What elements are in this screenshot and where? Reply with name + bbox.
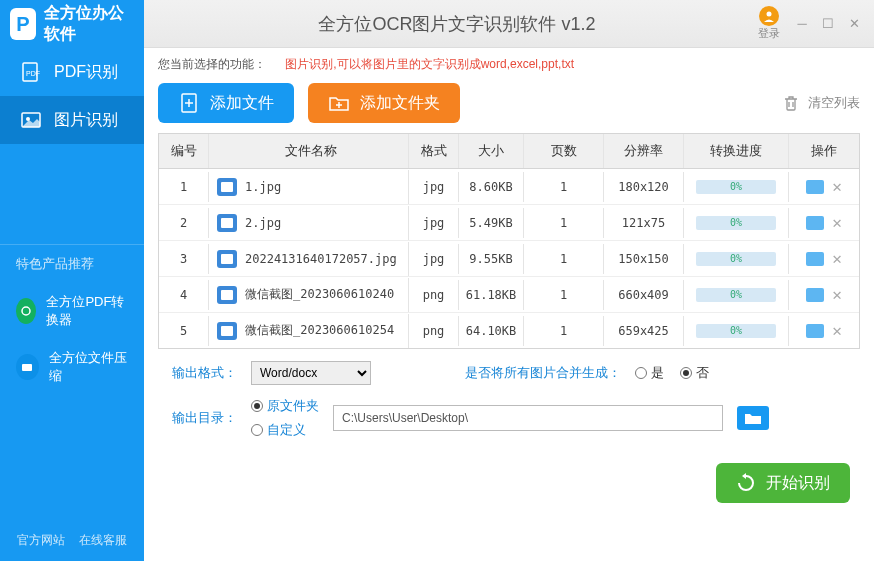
toolbar: 添加文件 添加文件夹 清空列表 bbox=[144, 77, 874, 133]
browse-folder-button[interactable] bbox=[737, 406, 769, 430]
merge-label: 是否将所有图片合并生成： bbox=[465, 364, 621, 382]
login-button[interactable]: 登录 bbox=[758, 6, 780, 41]
merge-no-radio[interactable]: 否 bbox=[680, 364, 709, 382]
clear-list-button[interactable]: 清空列表 bbox=[782, 94, 860, 112]
minimize-button[interactable]: ─ bbox=[794, 16, 810, 32]
nav-image-recognition[interactable]: 图片识别 bbox=[0, 96, 144, 144]
cell-format: png bbox=[409, 316, 459, 346]
cell-operations: ✕ bbox=[789, 241, 859, 276]
cell-operations: ✕ bbox=[789, 313, 859, 348]
table-row[interactable]: 5微信截图_2023060610254png64.10KB1659x4250%✕ bbox=[159, 313, 859, 348]
svg-text:PDF: PDF bbox=[26, 70, 40, 77]
file-table: 编号 文件名称 格式 大小 页数 分辨率 转换进度 操作 11.jpgjpg8.… bbox=[158, 133, 860, 349]
th-pages: 页数 bbox=[524, 134, 604, 168]
cell-name: 微信截图_2023060610254 bbox=[209, 314, 409, 348]
app-logo-text: 全方位办公软件 bbox=[44, 3, 134, 45]
output-dir-row: 输出目录： 原文件夹 自定义 bbox=[172, 397, 846, 439]
table-row[interactable]: 11.jpgjpg8.60KB1180x1200%✕ bbox=[159, 169, 859, 205]
dir-custom-radio[interactable]: 自定义 bbox=[251, 421, 319, 439]
file-add-icon bbox=[178, 92, 200, 114]
remove-row-button[interactable]: ✕ bbox=[832, 249, 842, 268]
cell-resolution: 150x150 bbox=[604, 244, 684, 274]
table-row[interactable]: 22.jpgjpg5.49KB1121x750%✕ bbox=[159, 205, 859, 241]
table-row[interactable]: 4微信截图_2023060610240png61.18KB1660x4090%✕ bbox=[159, 277, 859, 313]
nav-pdf-recognition[interactable]: PDF PDF识别 bbox=[0, 48, 144, 96]
cell-format: png bbox=[409, 280, 459, 310]
image-file-icon bbox=[217, 286, 237, 304]
image-file-icon bbox=[217, 322, 237, 340]
image-file-icon bbox=[217, 178, 237, 196]
cell-name: 1.jpg bbox=[209, 170, 409, 204]
customer-service-link[interactable]: 在线客服 bbox=[79, 532, 127, 549]
open-folder-button[interactable] bbox=[806, 216, 824, 230]
promo-header: 特色产品推荐 bbox=[0, 244, 144, 283]
th-progress: 转换进度 bbox=[684, 134, 789, 168]
open-folder-button[interactable] bbox=[806, 180, 824, 194]
remove-row-button[interactable]: ✕ bbox=[832, 321, 842, 340]
open-folder-button[interactable] bbox=[806, 288, 824, 302]
dir-original-radio[interactable]: 原文件夹 bbox=[251, 397, 319, 415]
app-logo-icon bbox=[10, 8, 36, 40]
cell-resolution: 121x75 bbox=[604, 208, 684, 238]
table-header: 编号 文件名称 格式 大小 页数 分辨率 转换进度 操作 bbox=[159, 134, 859, 169]
cell-operations: ✕ bbox=[789, 277, 859, 312]
open-folder-button[interactable] bbox=[806, 324, 824, 338]
official-site-link[interactable]: 官方网站 bbox=[17, 532, 65, 549]
cell-name: 微信截图_2023060610240 bbox=[209, 278, 409, 312]
svg-point-5 bbox=[767, 12, 772, 17]
function-description: 图片识别,可以将图片里的文字识别成word,excel,ppt,txt bbox=[285, 57, 574, 71]
cell-index: 1 bbox=[159, 172, 209, 202]
cell-index: 3 bbox=[159, 244, 209, 274]
th-index: 编号 bbox=[159, 134, 209, 168]
button-label: 开始识别 bbox=[766, 473, 830, 494]
cell-resolution: 180x120 bbox=[604, 172, 684, 202]
logo-area: 全方位办公软件 bbox=[0, 0, 144, 48]
merge-yes-radio[interactable]: 是 bbox=[635, 364, 664, 382]
cell-progress: 0% bbox=[684, 280, 789, 310]
footer-links: 官方网站 在线客服 bbox=[0, 520, 144, 561]
progress-bar: 0% bbox=[696, 252, 776, 266]
promo-pdf-converter[interactable]: 全方位PDF转换器 bbox=[0, 283, 144, 339]
th-size: 大小 bbox=[459, 134, 524, 168]
close-button[interactable]: ✕ bbox=[846, 16, 862, 32]
radio-icon bbox=[635, 367, 647, 379]
converter-icon bbox=[16, 298, 36, 324]
th-operation: 操作 bbox=[789, 134, 859, 168]
cell-name: 2.jpg bbox=[209, 206, 409, 240]
promo-file-compress[interactable]: 全方位文件压缩 bbox=[0, 339, 144, 395]
table-row[interactable]: 320224131640172057.jpgjpg9.55KB1150x1500… bbox=[159, 241, 859, 277]
cell-size: 8.60KB bbox=[459, 172, 524, 202]
remove-row-button[interactable]: ✕ bbox=[832, 213, 842, 232]
cell-format: jpg bbox=[409, 244, 459, 274]
start-recognition-button[interactable]: 开始识别 bbox=[716, 463, 850, 503]
window-controls: ─ ☐ ✕ bbox=[794, 16, 862, 32]
cell-size: 64.10KB bbox=[459, 316, 524, 346]
function-description-row: 您当前选择的功能： 图片识别,可以将图片里的文字识别成word,excel,pp… bbox=[144, 48, 874, 77]
open-folder-button[interactable] bbox=[806, 252, 824, 266]
output-format-select[interactable]: Word/docx bbox=[251, 361, 371, 385]
image-file-icon bbox=[217, 214, 237, 232]
add-folder-button[interactable]: 添加文件夹 bbox=[308, 83, 460, 123]
remove-row-button[interactable]: ✕ bbox=[832, 285, 842, 304]
nav-label: 图片识别 bbox=[54, 110, 118, 131]
button-label: 添加文件 bbox=[210, 93, 274, 114]
cell-index: 2 bbox=[159, 208, 209, 238]
cell-size: 5.49KB bbox=[459, 208, 524, 238]
cell-index: 5 bbox=[159, 316, 209, 346]
th-resolution: 分辨率 bbox=[604, 134, 684, 168]
remove-row-button[interactable]: ✕ bbox=[832, 177, 842, 196]
maximize-button[interactable]: ☐ bbox=[820, 16, 836, 32]
start-row: 开始识别 bbox=[144, 463, 874, 517]
table-body: 11.jpgjpg8.60KB1180x1200%✕22.jpgjpg5.49K… bbox=[159, 169, 859, 348]
th-name: 文件名称 bbox=[209, 134, 409, 168]
radio-icon bbox=[680, 367, 692, 379]
svg-rect-4 bbox=[22, 364, 32, 371]
radio-icon bbox=[251, 400, 263, 412]
button-label: 添加文件夹 bbox=[360, 93, 440, 114]
cell-progress: 0% bbox=[684, 172, 789, 202]
radio-icon bbox=[251, 424, 263, 436]
cell-progress: 0% bbox=[684, 316, 789, 346]
add-file-button[interactable]: 添加文件 bbox=[158, 83, 294, 123]
image-icon bbox=[20, 109, 42, 131]
output-path-input[interactable] bbox=[333, 405, 723, 431]
